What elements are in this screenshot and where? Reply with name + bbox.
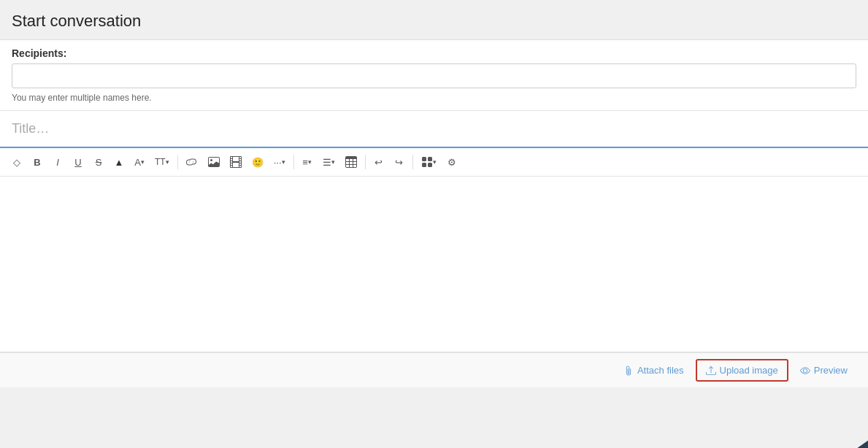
preview-button[interactable]: Preview	[791, 360, 856, 380]
link-button[interactable]	[182, 152, 202, 171]
recipients-section: Recipients: You may enter multiple names…	[0, 40, 868, 111]
image-button[interactable]	[204, 152, 224, 171]
redo-button[interactable]: ↪	[390, 152, 409, 171]
watermark-text: LoveNulled.com	[780, 439, 868, 448]
main-content: Recipients: You may enter multiple names…	[0, 39, 868, 352]
list-button[interactable]: ☰▾	[318, 152, 339, 171]
page-title: Start conversation	[12, 12, 856, 31]
upload-image-label: Upload image	[720, 365, 778, 376]
upload-image-button[interactable]: Upload image	[696, 359, 788, 382]
align-button[interactable]: ≡▾	[298, 152, 317, 171]
font-family-button[interactable]: A▾	[130, 152, 149, 171]
preview-label: Preview	[814, 365, 848, 376]
toolbar-sep-3	[365, 155, 366, 169]
page-header: Start conversation	[0, 0, 868, 39]
media-button[interactable]	[226, 152, 246, 171]
more-button[interactable]: ···▾	[269, 152, 290, 171]
font-color-button[interactable]: ▲	[110, 152, 128, 171]
bottom-toolbar: Attach files Upload image Preview	[0, 352, 868, 387]
title-input[interactable]	[12, 111, 856, 147]
bold-button[interactable]: B	[28, 152, 47, 171]
clear-format-button[interactable]: ◇	[7, 152, 26, 171]
emoji-button[interactable]: 🙂	[247, 152, 268, 171]
editor-area[interactable]	[0, 177, 868, 352]
attach-files-label: Attach files	[637, 365, 684, 376]
recipients-hint: You may enter multiple names here.	[12, 93, 856, 103]
recipients-input[interactable]	[12, 63, 856, 88]
toolbar-sep-4	[412, 155, 413, 169]
underline-button[interactable]: U	[69, 152, 88, 171]
toolbar-sep-1	[177, 155, 178, 169]
page-wrapper: Start conversation Recipients: You may e…	[0, 0, 868, 448]
editor-toolbar: ◇ B I U S ▲ A▾ TT▾ 🙂 ···▾ ≡▾ ☰▾	[0, 148, 868, 177]
template-button[interactable]: ▾	[417, 152, 441, 171]
title-section	[0, 111, 868, 148]
italic-button[interactable]: I	[48, 152, 67, 171]
strikethrough-button[interactable]: S	[89, 152, 108, 171]
undo-button[interactable]: ↩	[369, 152, 388, 171]
attach-files-button[interactable]: Attach files	[615, 360, 693, 380]
font-size-button[interactable]: TT▾	[150, 152, 174, 171]
recipients-label: Recipients:	[12, 47, 856, 59]
table-button[interactable]	[341, 152, 361, 171]
toolbar-sep-2	[293, 155, 294, 169]
settings-button[interactable]: ⚙	[442, 152, 461, 171]
